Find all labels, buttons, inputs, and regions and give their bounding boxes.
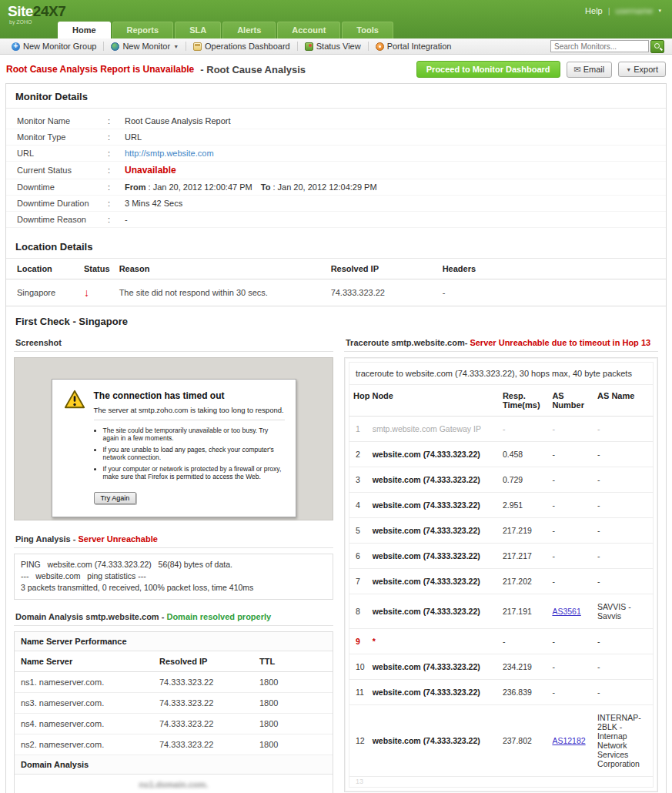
name-server-performance-heading: Name Server Performance [15,632,333,651]
status-view-label: Status View [316,42,361,51]
traceroute-row: 11 website.com (74.333.323.22) 236.839 -… [349,680,654,705]
dashboard-icon [193,42,202,51]
status-down-arrow-icon [84,286,89,299]
as-number-link[interactable]: - [552,637,555,646]
portal-icon [376,42,384,51]
ping-output: PING website.com (74.333.323.22) 56(84) … [14,554,333,600]
traceroute-table: Hop Node Resp. Time(ms) AS Number AS Nam… [349,384,654,788]
help-link[interactable]: Help [585,6,603,15]
as-number-link[interactable]: - [552,450,555,459]
export-button[interactable]: ▼ Export [618,62,666,77]
monitor-url-link[interactable]: http://smtp.website.com [125,149,214,158]
left-column: Screenshot The connection has timed out … [14,333,333,793]
traceroute-panel: traceroute to website.com (74.333.323.22… [344,357,658,792]
traceroute-row: 7 website.com (74.333.323.22) 217.202 - … [349,569,654,594]
name-server-table-header: Name Server Resolved IP TTL [15,651,333,672]
ping-output-line: PING website.com (74.333.323.22) 56(84) … [21,559,326,570]
ping-output-line: 3 packets transmitted, 0 received, 100% … [21,582,326,594]
nav-tab[interactable]: Account [277,22,340,38]
header-divider: | [608,6,610,15]
as-number-link[interactable]: AS3561 [552,607,580,616]
as-number-link[interactable]: - [552,526,555,535]
status-view-icon [305,42,313,51]
downtime-to-value: : Jan 20, 2012 12:04:29 PM [272,182,376,192]
email-icon: ✉ [574,65,581,75]
name-server-row: ns1. nameserver.com. 74.333.323.22 1800 [15,671,333,692]
plus-icon [12,42,20,51]
traceroute-row: 6 website.com (74.333.323.22) 217.217 - … [349,544,654,569]
proceed-to-dashboard-button[interactable]: Proceed to Monitor Dashboard [416,61,560,78]
nav-tab[interactable]: Reports [112,22,174,38]
status-view-button[interactable]: Status View [298,38,368,54]
as-number-link[interactable]: AS12182 [552,736,585,745]
main-nav-tabs: Home Reports SLA Alerts Account Tools [58,22,393,38]
domain-records-heading: Domain Analysis [15,755,333,775]
portal-integration-button[interactable]: Portal Integration [369,38,459,54]
warning-triangle-icon [63,389,86,410]
name-server-row: ns4. nameserver.com. 74.333.323.22 1800 [15,713,333,734]
detail-row-downtime-duration: Downtime Duration : 3 Mins 42 Secs [6,196,666,212]
new-monitor-group-label: New Monitor Group [23,42,96,51]
traceroute-row: 4 website.com (74.333.323.22) 2.951 - - [349,493,654,518]
page-title-row: Root Cause Analysis Report is Unavailabl… [0,55,672,83]
as-number-link[interactable]: - [552,551,555,560]
name-server-row: ns3. nameserver.com. 74.333.323.22 1800 [15,692,333,713]
traceroute-row: 8 website.com (74.333.323.22) 217.191 AS… [349,594,654,629]
traceroute-row: 1 smtp.website.com Gateway IP - - - [349,417,654,442]
as-number-link[interactable]: - [552,688,555,697]
user-caret-icon[interactable]: ▾ [658,8,661,14]
new-monitor-button[interactable]: New Monitor ▼ [104,38,186,54]
as-number-link[interactable]: - [552,577,555,586]
nav-tab[interactable]: Alerts [222,22,276,38]
as-number-link[interactable]: - [552,475,555,484]
title-actions: Proceed to Monitor Dashboard ✉ Email ▼ E… [416,61,666,78]
monitor-details-heading: Monitor Details [6,84,666,109]
traceroute-summary: traceroute to website.com (74.333.323.22… [349,362,654,384]
email-button[interactable]: ✉ Email [567,62,613,78]
location-details-heading: Location Details [6,234,666,259]
logo-site-text: Site [8,3,33,19]
chevron-down-icon: ▼ [173,44,179,49]
as-number-link[interactable]: - [552,500,555,510]
traceroute-row: 5 website.com (74.333.323.22) 217.219 - … [349,518,654,544]
operations-dashboard-button[interactable]: Operations Dashboard [186,38,297,54]
search-button[interactable] [650,40,664,53]
location-details-table: Location Status Reason Resolved IP Heade… [6,259,666,306]
name-server-table: Name Server Resolved IP TTL ns1. nameser… [15,651,333,755]
domain-status-text: Domain resolved properly [166,612,271,621]
logo-brand-text: 24X7 [33,3,65,19]
username-menu[interactable]: username [616,6,654,15]
traceroute-row: 13 [349,777,654,788]
monitor-status-title: Root Cause Analysis Report is Unavailabl… [6,64,194,75]
detail-row-current-status: Current Status : Unavailable [6,162,666,179]
screenshot-try-again-button: Try Again [94,492,137,504]
operations-dashboard-label: Operations Dashboard [205,42,290,51]
traceroute-row: 9 * - - - [349,629,654,654]
nav-tab[interactable]: SLA [175,22,221,38]
domain-analysis-heading: Domain Analysis smtp.website.com - Domai… [14,607,333,626]
ping-output-line: --- website.com ping statistics --- [21,570,326,582]
detail-row-url: URL : http://smtp.website.com [6,146,666,162]
traceroute-row: 2 website.com (74.333.323.22) 0.458 - - [349,442,654,467]
search-input[interactable] [550,40,649,52]
traceroute-status-text: Server Unreachable due to timeout in Hop… [470,338,650,347]
as-number-link[interactable]: - [552,662,555,671]
new-monitor-label: New Monitor [122,42,170,51]
export-label: Export [634,65,658,74]
portal-integration-label: Portal Integration [387,42,452,51]
ping-status-text: Server Unreachable [79,534,158,544]
as-number-link[interactable]: - [552,424,555,433]
screenshot-panel: The connection has timed out The server … [14,357,333,520]
traceroute-table-header: Hop Node Resp. Time(ms) AS Number AS Nam… [349,385,654,417]
nav-tab[interactable]: Home [58,22,111,38]
search-icon [654,43,660,49]
new-monitor-group-button[interactable]: New Monitor Group [5,38,103,54]
traceroute-heading: Traceroute smtp.website.com- Server Unre… [344,333,658,352]
redacted-domain-text: ns1.domain.com. [139,780,209,789]
name-server-row: ns2. nameserver.com. 74.333.323.22 1800 [15,734,333,755]
downtime-from-value: : Jan 20, 2012 12:00:47 PM [149,182,252,192]
dialog-title: The connection has timed out [94,390,285,401]
dialog-bullet: If you are unable to load any pages, che… [103,446,285,461]
detail-row-monitor-type: Monitor Type : URL [6,129,666,146]
nav-tab[interactable]: Tools [342,22,393,38]
